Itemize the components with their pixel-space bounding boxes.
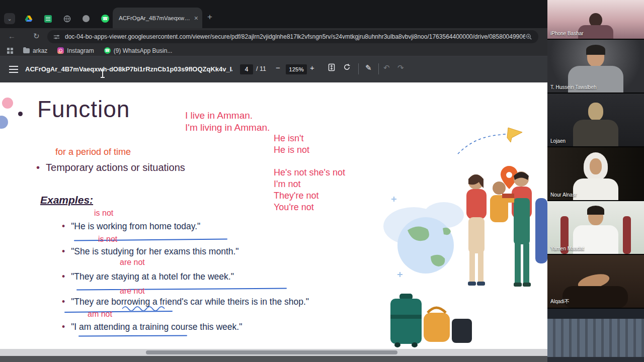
intro-lines: I live in Amman. I'm living in Amman. [185, 110, 270, 134]
back-icon[interactable]: ← [8, 32, 16, 40]
folder-icon [23, 48, 30, 53]
participant-tile[interactable]: Yamen Maadat [547, 201, 644, 254]
redo-icon[interactable]: ↷ [397, 63, 404, 72]
participant-silhouette [573, 178, 618, 200]
page-total-label: / 11 [256, 65, 266, 72]
tab-close-icon[interactable]: × [194, 14, 198, 22]
url-text: doc-04-bo-apps-viewer.googleusercontent.… [65, 33, 525, 40]
undo-icon[interactable]: ↶ [383, 63, 390, 72]
browser-window: ⌄ ☎ ACFrOgAr_4B7mVaeqxwh-dO8... × + [0, 0, 547, 362]
rotate-icon[interactable] [343, 63, 351, 73]
zoom-out-button[interactable]: − [276, 63, 280, 72]
bookmark-arkaz[interactable]: arkaz [23, 47, 47, 54]
page-number-input[interactable]: 4 [240, 64, 253, 74]
fit-page-icon[interactable] [328, 63, 335, 73]
reload-icon[interactable]: ↻ [33, 32, 40, 41]
scrollbar-thumb[interactable] [146, 350, 397, 354]
ink-squiggle [122, 306, 173, 311]
globe-icon[interactable] [61, 13, 72, 24]
annotation-are-not: are not [120, 287, 145, 296]
participant-tile[interactable]: Alqadi不 [547, 255, 644, 308]
video-call-sidebar: iPhone Bashar T. Hussein Tawalbeh Lojaen… [547, 0, 644, 362]
paper-plane-icon [507, 128, 522, 142]
examples-heading: Examples: [40, 194, 93, 206]
bullet-glyph: • [36, 162, 40, 173]
participant-silhouette [590, 158, 602, 174]
tab-search-caret-icon[interactable]: ⌄ [4, 13, 15, 24]
example-sentence: •"They are staying at a hotel for the we… [62, 272, 234, 282]
tab-title: ACFrOgAr_4B7mVaeqxwh-dO8... [119, 15, 191, 21]
pdf-toolbar: ACFrOgAr_4B7mVaeqxwh-dO8kP7bi1rRznCb1p03… [0, 56, 547, 82]
globe-graphic [397, 217, 454, 274]
example-sentence: •"I am attending a training course this … [62, 322, 242, 332]
zoom-page-icon[interactable] [525, 33, 532, 40]
decor-circle-pink [2, 98, 13, 109]
contraction-3: They're not [274, 190, 345, 202]
zoom-level[interactable]: 125% [286, 64, 307, 74]
intro-line-2: I'm living in Amman. [185, 122, 270, 134]
annotation-am-not: am not [88, 310, 112, 319]
address-bar[interactable]: doc-04-bo-apps-viewer.googleusercontent.… [47, 30, 538, 43]
tab-strip: ⌄ ☎ ACFrOgAr_4B7mVaeqxwh-dO8... × + [0, 0, 547, 28]
ink-underline [78, 335, 187, 336]
contraction-1: He's not she's not [274, 167, 345, 178]
example-sentence: •"They are borrowing a friend's car whil… [62, 297, 309, 307]
slide-title: Function [37, 96, 130, 123]
contraction-4: You're not [274, 202, 345, 213]
participant-tile[interactable]: Lojaen [547, 94, 644, 146]
annotation-are-not: are not [120, 258, 145, 267]
ball-glyph-icon [83, 15, 90, 22]
horizontal-scrollbar[interactable] [0, 349, 547, 356]
sentence-text: "They are borrowing a friend's car while… [71, 297, 309, 307]
google-sheets-icon[interactable] [42, 13, 53, 24]
bookmark-instagram[interactable]: Instagram [57, 47, 94, 54]
annotation-is-not: is not [98, 235, 117, 244]
main-point-text: Temporary actions or situations [46, 162, 185, 173]
isnt-line-2: He is not [274, 144, 309, 156]
participant-name: Lojaen [550, 138, 566, 144]
example-sentence: •"She is studying for her exams this mon… [62, 246, 239, 257]
participant-silhouette [588, 208, 603, 225]
whatsapp-pinned-icon[interactable]: ☎ [100, 13, 111, 24]
participant-tile[interactable]: iPhone Bashar [547, 0, 644, 39]
apps-grid-icon[interactable] [7, 48, 13, 54]
bullet-glyph: • [62, 246, 65, 256]
ink-underline [74, 238, 227, 241]
gray-dot-icon[interactable] [80, 13, 92, 24]
site-info-icon[interactable] [53, 34, 60, 40]
bookmark-whatsapp[interactable]: ☎ (9) WhatsApp Busin... [104, 47, 173, 54]
decor-dot [18, 112, 23, 116]
sentence-text: "They are staying at a hotel for the wee… [71, 272, 234, 282]
participant-name: iPhone Bashar [550, 31, 584, 36]
bookmark-label: (9) WhatsApp Busin... [114, 47, 173, 54]
participant-tile[interactable]: T. Hussein Tawalbeh [547, 40, 644, 93]
participant-tile[interactable] [547, 309, 644, 362]
participant-silhouette [573, 120, 618, 146]
bookmark-label: arkaz [33, 47, 47, 54]
participant-silhouette [588, 103, 603, 121]
period-note: for a period of time [55, 147, 131, 157]
pdf-menu-icon[interactable] [9, 66, 18, 73]
sentence-text: "He is working from home today." [71, 221, 200, 231]
bullet-glyph: • [62, 322, 65, 332]
contractions: He's not she's not I'm not They're not Y… [274, 167, 345, 213]
new-tab-button[interactable]: + [207, 12, 212, 22]
toolbar-divider [378, 63, 379, 74]
bullet-glyph: • [62, 221, 65, 231]
contraction-2: I'm not [274, 178, 345, 190]
intro-line-1: I live in Amman. [185, 110, 270, 122]
bullet-glyph: • [62, 272, 65, 282]
google-drive-icon[interactable] [23, 13, 34, 24]
bookmarks-bar: arkaz Instagram ☎ (9) WhatsApp Busin... [0, 45, 547, 56]
globe-glyph-icon [63, 15, 71, 23]
active-tab[interactable]: ACFrOgAr_4B7mVaeqxwh-dO8... × [113, 8, 202, 28]
zoom-in-button[interactable]: + [310, 63, 314, 72]
sentence-text: "She is studying for her exams this mont… [71, 246, 238, 256]
annotate-icon[interactable]: ✎ [365, 63, 372, 72]
participant-tile[interactable]: Nour Alnasr [547, 147, 644, 200]
whatsapp-glyph-icon: ☎ [101, 15, 109, 23]
text-cursor [102, 70, 103, 77]
drive-triangle-icon [25, 15, 33, 23]
screen: ⌄ ☎ ACFrOgAr_4B7mVaeqxwh-dO8... × + [0, 0, 644, 362]
bookmark-label: Instagram [67, 47, 94, 54]
